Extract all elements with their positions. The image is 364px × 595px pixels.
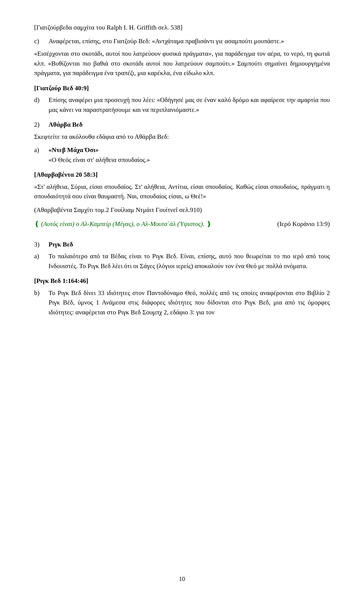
bracket-ref-1-text: [Γιατζούρ Βεδ 40:9] [34,85,89,92]
list-item-c: c) Αναφέρεται, επίσης, στο Γιατζούρ Βεδ:… [34,36,330,46]
list-content-c: Αναφέρεται, επίσης, στο Γιατζούρ Βεδ: «Α… [49,36,330,46]
quran-close-bracket: ❵ [205,220,212,228]
a1-bold-text: «Ντεβ Μάχα Όσι» [49,146,99,154]
page-number: 10 [0,575,364,584]
page-number-text: 10 [179,576,185,582]
list-content-b: Το Ριγκ Βεδ δίνει 33 ιδιότητες στον Παντ… [49,288,330,317]
paragraph-ref3: (Αθαρβαβέντα Σαμχίτι τομ.2 Γουίλιαμ Ντμά… [34,205,330,215]
list-label-a2: a) [34,251,45,271]
bracket-ref-4: [Ριγκ Βεδ 1:164:46] [34,276,330,286]
list-label-c: c) [34,36,45,46]
list-label-a1: a) [34,145,45,165]
quran-open-bracket: ❴ [34,220,41,228]
list-content-d: Επίσης αναφέρει μια προσευχή που λέει: «… [49,95,330,115]
list-label-d: d) [34,95,45,115]
list-item-b: b) Το Ριγκ Βεδ δίνει 33 ιδιότητες στον Π… [34,288,330,317]
list-content-a1: «Ντεβ Μάχα Όσι» «Ο Θεός είναι στ' αλήθει… [49,145,330,165]
section-2-intro-text: Σκεφτείτε τα ακόλουθα εδάφια από το Αθάρ… [34,133,169,140]
bracket-ref-2: [Αθαρβαβέντα 20 58:3] [34,170,330,180]
paragraph-quote1-text: «Εισέρχονται στο σκοτάδι, αυτοί που λατρ… [34,50,330,77]
paragraph-quote1: «Εισέρχονται στο σκοτάδι, αυτοί που λατρ… [34,49,330,78]
section-3-label: 3) [34,240,45,250]
paragraph-ref3-text: (Αθαρβαβέντα Σαμχίτι τομ.2 Γουίλιαμ Ντμά… [34,206,202,214]
bracket-ref-4-text: [Ριγκ Βεδ 1:164:46] [34,277,88,284]
section-3-header: 3) Ριγκ Βεδ [34,240,330,250]
list-item-a2: a) Το παλαιότερο από τα Βέδας είναι το Ρ… [34,251,330,271]
list-label-b: b) [34,288,45,317]
section-2-header: 2) Αθάρβα Βεδ [34,120,330,130]
list-item-a1: a) «Ντεβ Μάχα Όσι» «Ο Θεός είναι στ' αλή… [34,145,330,165]
list-content-a2: Το παλαιότερο από τα Βέδας είναι το Ριγκ… [49,251,330,271]
a1-normal-text: «Ο Θεός είναι στ' αλήθεια σπουδαίος.» [49,156,150,163]
quran-verse-text: (Αυτός είναι) ο Αλ-Καμπείρ (Μέγας), ο Αλ… [41,220,204,228]
page-container: block_c [Γιατζούρβεδα σαμχίτα του Ralph … [0,0,364,595]
header-ref-text: [Γιατζούρβεδα σαμχίτα του Ralph I. H. Gr… [34,24,182,31]
paragraph-quote2: «Στ' αλήθεια, Σύρια, είσαι σπουδαίος. Στ… [34,182,330,201]
bracket-ref-1: [Γιατζούρ Βεδ 40:9] [34,83,330,93]
header-ref: block_c [Γιατζούρβεδα σαμχίτα του Ralph … [34,23,330,33]
section-3-title: Ριγκ Βεδ [49,240,330,250]
quran-verse-block: ❴ (Αυτός είναι) ο Αλ-Καμπείρ (Μέγας), ο … [34,219,330,229]
section-2-title: Αθάρβα Βεδ [49,120,330,130]
section-2-label: 2) [34,120,45,130]
bracket-ref-2-text: [Αθαρβαβέντα 20 58:3] [34,171,97,178]
paragraph-quote2-text: «Στ' αλήθεια, Σύρια, είσαι σπουδαίος. Στ… [34,183,330,200]
list-item-d: d) Επίσης αναφέρει μια προσευχή που λέει… [34,95,330,115]
quran-ref-text: (Ιερό Κοράνιο 13:9) [277,219,330,229]
section-2-intro: Σκεφτείτε τα ακόλουθα εδάφια από το Αθάρ… [34,132,330,142]
